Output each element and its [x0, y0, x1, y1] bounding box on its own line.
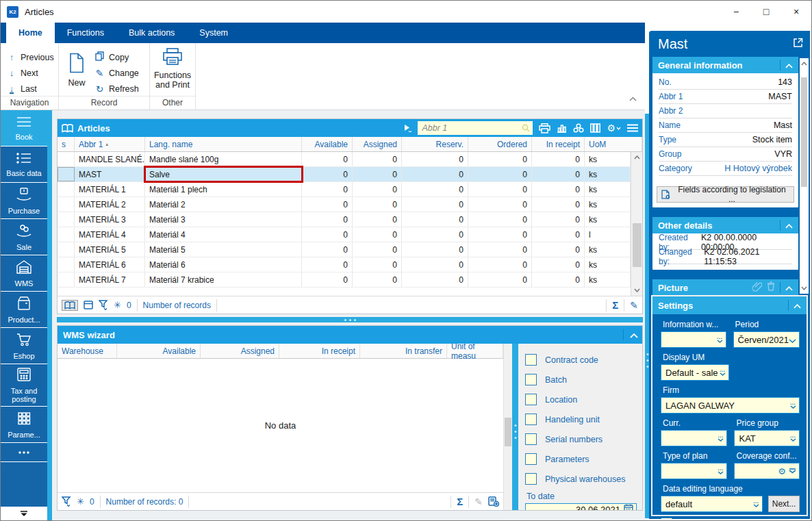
- search-input[interactable]: [418, 121, 533, 135]
- coverage-select[interactable]: ⚙: [734, 463, 800, 479]
- checkbox-batch[interactable]: [525, 374, 537, 385]
- ribbon-item-next[interactable]: ↓Next: [1, 65, 58, 81]
- table-row[interactable]: MATERIÁL 7Materiál 7 krabice00000ks: [58, 272, 631, 288]
- close-button[interactable]: ×: [781, 1, 811, 23]
- checkbox-location[interactable]: [525, 394, 537, 405]
- wms-vertical-splitter[interactable]: [512, 344, 518, 510]
- table-row[interactable]: MATERIÁL 6Materiál 600000ks: [58, 257, 631, 272]
- columns-icon[interactable]: [590, 123, 600, 133]
- relations-icon[interactable]: [573, 123, 584, 133]
- sidebar-item-more[interactable]: [1, 443, 47, 462]
- table-row[interactable]: MATERIÁL 2Materiál 200000ks: [58, 197, 631, 212]
- ribbon-item-copy[interactable]: Copy: [94, 49, 139, 65]
- horizontal-splitter[interactable]: [57, 317, 643, 322]
- wms-sum-icon[interactable]: Σ: [457, 496, 463, 507]
- ribbon-collapse-icon[interactable]: [629, 92, 637, 104]
- information-select[interactable]: •••: [661, 331, 726, 348]
- curr-select[interactable]: •••: [661, 430, 727, 446]
- print-icon[interactable]: [539, 123, 550, 134]
- tab-functions[interactable]: Functions: [55, 23, 116, 43]
- dropdown-icon[interactable]: •••: [753, 501, 759, 507]
- column-header-reserv[interactable]: Reserv.: [402, 137, 468, 151]
- sidebar-item-basic-data[interactable]: Basic data: [1, 147, 47, 183]
- gear-icon[interactable]: ⚙: [778, 466, 786, 476]
- sidebar-item-sale[interactable]: Sale: [1, 219, 47, 255]
- ribbon-item-change[interactable]: ✎Change: [94, 65, 139, 81]
- chevron-down-icon[interactable]: [789, 335, 796, 345]
- dropdown-icon[interactable]: •••: [790, 435, 796, 442]
- detail-scroll-down-icon[interactable]: [800, 283, 809, 294]
- filter-star-icon[interactable]: ✳: [114, 300, 121, 310]
- table-row[interactable]: MATERIÁL 1Materiál 1 plech00000ks: [58, 182, 631, 197]
- wms-column-header-warehouse[interactable]: Warehouse: [58, 344, 117, 358]
- wms-filter-button[interactable]: [62, 496, 71, 507]
- tab-home[interactable]: Home: [6, 23, 55, 43]
- checkbox-physical-warehouses[interactable]: [525, 473, 537, 485]
- functions-and-print-button[interactable]: Functions and Print: [150, 43, 195, 92]
- checkbox-handeling-unit[interactable]: [525, 414, 537, 425]
- wms-new-record-icon[interactable]: [488, 496, 499, 507]
- display-um-select[interactable]: Default - sale •••: [661, 364, 729, 381]
- dropdown-icon[interactable]: •••: [718, 435, 724, 442]
- settings-collapse-icon[interactable]: [794, 299, 801, 312]
- next-button[interactable]: Next...: [768, 496, 800, 512]
- fields-legislation-button[interactable]: Fields according to legislation ...: [657, 186, 794, 203]
- detail-scrollbar[interactable]: [800, 58, 809, 294]
- wms-column-header-unit-of-measu[interactable]: Unit of measu: [447, 344, 503, 358]
- ribbon-item-refresh[interactable]: ↻Refresh: [94, 81, 139, 97]
- column-header-uom[interactable]: UoM: [585, 137, 642, 151]
- sidebar-item-wms[interactable]: WMS: [1, 255, 47, 292]
- type-of-plan-select[interactable]: •••: [661, 463, 727, 479]
- sum-icon[interactable]: Σ: [612, 299, 618, 311]
- filter-button[interactable]: [99, 300, 108, 310]
- table-row[interactable]: MASTSalve00000ks: [58, 167, 631, 182]
- checkbox-contract-code[interactable]: [525, 354, 537, 366]
- detail-scroll-up-icon[interactable]: [800, 58, 809, 69]
- sidebar-item-tax-and-posting[interactable]: Tax and posting: [1, 364, 47, 407]
- dropdown-icon[interactable]: •••: [718, 468, 724, 474]
- ribbon-item-last[interactable]: ↓Last: [1, 81, 58, 97]
- availability-checkbox[interactable]: [661, 518, 672, 519]
- column-header-abbr-1[interactable]: Abbr 1▴: [75, 137, 145, 151]
- wms-column-header-in-transfer[interactable]: In transfer: [360, 344, 447, 358]
- table-row[interactable]: MATERIÁL 5Materiál 500000ks: [58, 242, 631, 257]
- wms-column-header-available[interactable]: Available: [117, 344, 201, 358]
- period-select[interactable]: Červen/2021: [733, 331, 800, 348]
- settings-gear-icon[interactable]: ⚙: [607, 123, 621, 134]
- language-select[interactable]: default •••: [661, 496, 763, 512]
- column-header-lang-name[interactable]: Lang. name: [145, 137, 302, 151]
- sidebar-expand-button[interactable]: [1, 507, 47, 520]
- table-row[interactable]: MATERIÁL 3Materiál 300000ks: [58, 212, 631, 227]
- column-header-ordered[interactable]: Ordered: [468, 137, 532, 151]
- book-view-button[interactable]: [62, 300, 78, 311]
- dropdown-icon[interactable]: •••: [720, 370, 726, 376]
- grid-vertical-scrollbar[interactable]: [631, 152, 642, 296]
- other-collapse-icon[interactable]: [785, 219, 793, 231]
- column-header-in-receipt[interactable]: In receipt: [532, 137, 585, 151]
- table-row[interactable]: MATERIÁL 4Materiál 400000l: [58, 227, 631, 242]
- general-collapse-icon[interactable]: [785, 59, 793, 71]
- flyout-arrow-icon[interactable]: [403, 124, 411, 132]
- new-button[interactable]: New: [59, 47, 94, 97]
- wms-vertical-scrollbar[interactable]: [504, 344, 512, 510]
- wms-collapse-icon[interactable]: [630, 329, 638, 341]
- card-view-button[interactable]: [84, 301, 93, 309]
- sidebar-item-book[interactable]: Book: [1, 110, 47, 147]
- tab-bulk-actions[interactable]: Bulk actions: [116, 23, 187, 43]
- column-header-available[interactable]: Available: [302, 137, 353, 151]
- maximize-button[interactable]: □: [751, 1, 781, 23]
- scroll-down-icon[interactable]: [631, 285, 642, 296]
- price-group-select[interactable]: KAT •••: [734, 430, 800, 446]
- firm-select[interactable]: LAGAN GALWAY •••: [661, 397, 800, 414]
- column-header-s[interactable]: s: [58, 137, 75, 151]
- scroll-up-icon[interactable]: [631, 152, 642, 163]
- calendar-icon[interactable]: [624, 504, 633, 510]
- ribbon-item-previous[interactable]: ↑Previous: [1, 49, 58, 65]
- wms-filter-star-icon[interactable]: ✳: [77, 496, 84, 507]
- picture-collapse-icon[interactable]: [785, 281, 793, 294]
- dropdown-icon[interactable]: •••: [790, 403, 796, 409]
- table-row[interactable]: MANDLE SLANÉ...Mandle slané 100g00000ks: [58, 152, 631, 167]
- menu-icon[interactable]: [627, 124, 638, 132]
- tab-system[interactable]: System: [187, 23, 240, 43]
- popout-icon[interactable]: [793, 38, 803, 51]
